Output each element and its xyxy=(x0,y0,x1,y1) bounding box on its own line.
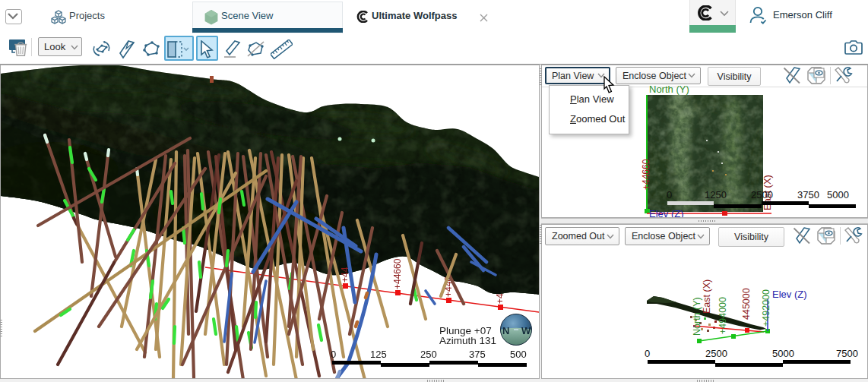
svg-text:1250: 1250 xyxy=(705,189,727,200)
svg-text:Azimuth 131: Azimuth 131 xyxy=(439,335,496,346)
svg-text:N: N xyxy=(502,325,509,336)
svg-text:125: 125 xyxy=(370,349,387,360)
svg-text:250: 250 xyxy=(420,349,437,360)
svg-text:East (X): East (X) xyxy=(702,279,712,314)
svg-text:375: 375 xyxy=(469,349,486,360)
svg-text:0: 0 xyxy=(667,189,672,200)
svg-text:Elev (Z): Elev (Z) xyxy=(772,289,807,300)
svg-text:North (Y): North (Y) xyxy=(692,297,702,336)
svg-text:2500: 2500 xyxy=(705,348,727,359)
svg-text:445000: 445000 xyxy=(741,288,752,320)
svg-text:+494000: +494000 xyxy=(718,297,728,334)
svg-text:Elev (Z): Elev (Z) xyxy=(649,208,684,217)
svg-text:5000: 5000 xyxy=(772,348,794,359)
svg-text:3750: 3750 xyxy=(797,189,819,200)
svg-text:+44660: +44660 xyxy=(392,258,403,289)
svg-text:+4: +4 xyxy=(495,293,505,304)
svg-text:North (Y): North (Y) xyxy=(649,84,689,95)
svg-text:+44660: +44660 xyxy=(641,159,651,190)
svg-text:500: 500 xyxy=(510,349,527,360)
svg-text:+492000: +492000 xyxy=(761,289,771,327)
svg-text:0: 0 xyxy=(645,348,650,359)
svg-text:2500: 2500 xyxy=(751,189,773,200)
svg-text:5000: 5000 xyxy=(827,189,849,200)
svg-text:7500: 7500 xyxy=(836,348,858,359)
svg-text:W: W xyxy=(521,325,531,336)
svg-text:0: 0 xyxy=(331,349,336,360)
